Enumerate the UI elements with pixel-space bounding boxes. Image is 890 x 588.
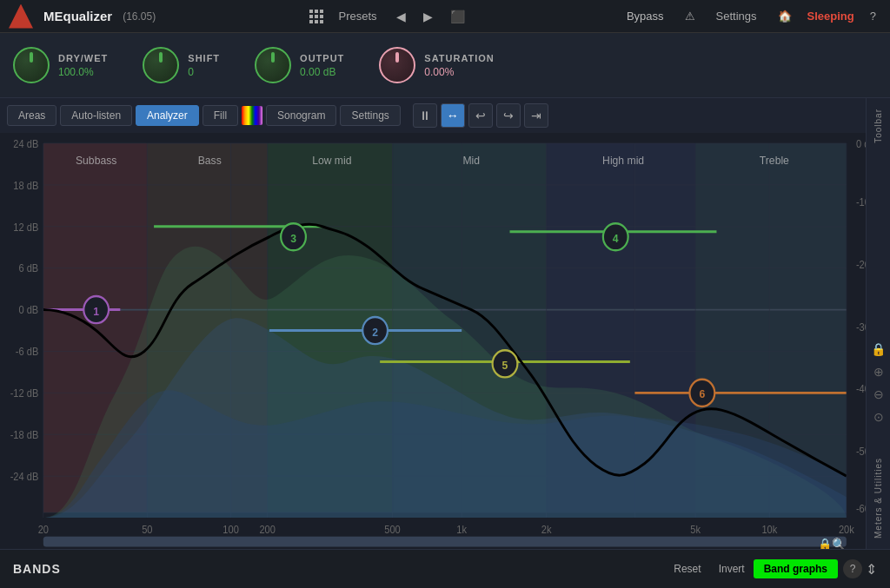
areas-button[interactable]: Areas bbox=[7, 105, 56, 126]
app-title: MEqualizer bbox=[43, 9, 112, 23]
svg-text:-20 dB: -20 dB bbox=[856, 259, 866, 269]
fill-button[interactable]: Fill bbox=[203, 105, 238, 126]
svg-text:-50 dB: -50 dB bbox=[856, 446, 866, 457]
bypass-button[interactable]: Bypass bbox=[621, 8, 669, 24]
svg-text:🔍: 🔍 bbox=[832, 537, 847, 549]
svg-text:100: 100 bbox=[222, 525, 238, 535]
warning-icon: ⚠ bbox=[680, 8, 701, 24]
svg-text:🔒: 🔒 bbox=[818, 537, 833, 549]
svg-text:-18 dB: -18 dB bbox=[10, 430, 39, 440]
svg-text:6: 6 bbox=[699, 388, 705, 401]
eq-toolbar: Areas Auto-listen Analyzer Fill Sonogram… bbox=[0, 98, 866, 133]
svg-text:18 dB: 18 dB bbox=[13, 180, 38, 190]
analyzer-button[interactable]: Analyzer bbox=[136, 105, 199, 126]
eq-graph[interactable]: 1 2 3 4 5 6 24 dB 18 dB 12 dB bbox=[0, 133, 866, 549]
svg-text:2: 2 bbox=[372, 326, 378, 339]
shift-group: SHIFT 0 bbox=[143, 47, 220, 83]
output-knob[interactable] bbox=[255, 47, 291, 83]
svg-rect-81 bbox=[43, 537, 847, 547]
settings-eq-button[interactable]: Settings bbox=[340, 105, 400, 126]
svg-text:200: 200 bbox=[259, 525, 275, 535]
logo-icon bbox=[9, 4, 33, 29]
svg-text:0 dB: 0 dB bbox=[856, 138, 866, 149]
shift-knob[interactable] bbox=[143, 47, 179, 83]
svg-text:5k: 5k bbox=[690, 525, 701, 535]
dry-wet-knob[interactable] bbox=[13, 47, 50, 83]
shift-label: SHIFT bbox=[188, 53, 220, 63]
undo-button[interactable]: ↩ bbox=[468, 103, 493, 128]
random-preset-button[interactable]: ⬛ bbox=[447, 8, 468, 25]
svg-text:-6 dB: -6 dB bbox=[16, 347, 39, 357]
shift-value: 0 bbox=[188, 66, 220, 78]
svg-text:1k: 1k bbox=[456, 525, 467, 535]
sleeping-label: Sleeping bbox=[807, 10, 854, 23]
svg-text:50: 50 bbox=[142, 525, 152, 535]
svg-text:5: 5 bbox=[502, 359, 508, 372]
help-button[interactable]: ? bbox=[865, 8, 881, 24]
svg-text:-40 dB: -40 dB bbox=[856, 384, 866, 394]
app-version: (16.05) bbox=[123, 10, 156, 23]
zoom-in-icon[interactable]: ⊕ bbox=[871, 362, 887, 381]
svg-text:24 dB: 24 dB bbox=[13, 138, 38, 149]
svg-text:4: 4 bbox=[613, 232, 619, 245]
output-label: OUTPUT bbox=[300, 53, 344, 63]
svg-text:0 dB: 0 dB bbox=[19, 305, 39, 315]
settings-button[interactable]: Settings bbox=[711, 8, 762, 24]
svg-text:2k: 2k bbox=[541, 525, 552, 535]
toolbar-label: Toolbar bbox=[873, 102, 883, 150]
knob-row: DRY/WET 100.0% SHIFT 0 OUTPUT 0.00 dB SA… bbox=[0, 33, 890, 98]
svg-text:High mid: High mid bbox=[602, 155, 644, 168]
help-icon[interactable]: ? bbox=[843, 559, 862, 578]
svg-text:-30 dB: -30 dB bbox=[856, 321, 866, 332]
svg-text:-24 dB: -24 dB bbox=[10, 472, 39, 482]
svg-text:20k: 20k bbox=[839, 525, 854, 535]
svg-text:500: 500 bbox=[384, 525, 400, 535]
header: MEqualizer (16.05) Presets ◀ ▶ ⬛ Bypass … bbox=[0, 0, 890, 33]
color-spectrum-button[interactable] bbox=[242, 106, 262, 125]
eq-area: Areas Auto-listen Analyzer Fill Sonogram… bbox=[0, 98, 866, 549]
invert-button[interactable]: Invert bbox=[710, 559, 754, 578]
bands-title: BANDS bbox=[13, 562, 61, 576]
next-preset-button[interactable]: ▶ bbox=[420, 8, 436, 25]
svg-text:-12 dB: -12 dB bbox=[10, 388, 39, 399]
svg-text:Mid: Mid bbox=[462, 155, 480, 168]
svg-text:Low mid: Low mid bbox=[312, 155, 351, 168]
fit-button[interactable]: ↔ bbox=[441, 103, 465, 128]
export-button[interactable]: ⇥ bbox=[524, 103, 548, 128]
dry-wet-value: 100.0% bbox=[58, 66, 108, 78]
svg-text:Bass: Bass bbox=[198, 155, 222, 168]
svg-text:3: 3 bbox=[290, 232, 296, 245]
saturation-group: SATURATION 0.00% bbox=[379, 47, 494, 83]
right-toolbar: Toolbar 🔒 ⊕ ⊖ ⊙ Meters & Utilities bbox=[866, 98, 890, 549]
svg-text:Subbass: Subbass bbox=[76, 155, 116, 168]
presets-button[interactable]: Presets bbox=[334, 8, 382, 24]
dry-wet-group: DRY/WET 100.0% bbox=[13, 47, 108, 83]
lock-icon[interactable]: 🔒 bbox=[868, 340, 888, 359]
output-value: 0.00 dB bbox=[300, 66, 344, 78]
saturation-label: SATURATION bbox=[424, 53, 494, 63]
prev-preset-button[interactable]: ◀ bbox=[393, 8, 409, 25]
expand-button[interactable]: ⇕ bbox=[866, 561, 877, 578]
presets-icon[interactable] bbox=[309, 10, 323, 23]
redo-button[interactable]: ↪ bbox=[496, 103, 521, 128]
bands-row: BANDS Reset Invert Band graphs ? ⇕ bbox=[0, 549, 890, 588]
meters-label: Meters & Utilities bbox=[873, 451, 883, 545]
eq-svg: 1 2 3 4 5 6 24 dB 18 dB 12 dB bbox=[0, 133, 866, 549]
svg-text:-10 dB: -10 dB bbox=[856, 196, 866, 207]
auto-listen-button[interactable]: Auto-listen bbox=[60, 105, 132, 126]
zoom-reset-icon[interactable]: ⊙ bbox=[871, 407, 887, 426]
saturation-value: 0.00% bbox=[424, 66, 494, 78]
home-icon[interactable]: 🏠 bbox=[773, 8, 797, 24]
saturation-knob[interactable] bbox=[379, 47, 415, 83]
svg-text:10k: 10k bbox=[761, 525, 777, 535]
sonogram-button[interactable]: Sonogram bbox=[266, 105, 336, 126]
svg-text:20: 20 bbox=[38, 525, 49, 535]
reset-button[interactable]: Reset bbox=[665, 559, 709, 578]
band-graphs-button[interactable]: Band graphs bbox=[754, 559, 838, 578]
dry-wet-label: DRY/WET bbox=[58, 53, 108, 63]
svg-text:6 dB: 6 dB bbox=[19, 263, 39, 274]
zoom-out-icon[interactable]: ⊖ bbox=[871, 385, 887, 404]
pause-button[interactable]: ⏸ bbox=[413, 103, 437, 128]
main-area: Areas Auto-listen Analyzer Fill Sonogram… bbox=[0, 98, 890, 549]
svg-text:12 dB: 12 dB bbox=[13, 221, 38, 232]
